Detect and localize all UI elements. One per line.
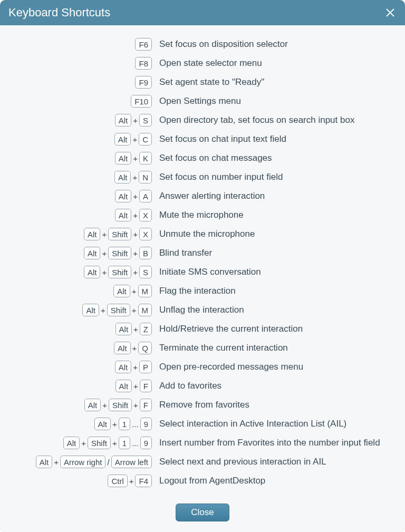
key: Alt xyxy=(115,209,132,221)
shortcut-description: Mute the microphone xyxy=(152,210,399,220)
shortcut-description: Flag the interaction xyxy=(152,286,399,296)
shortcut-row: Alt+POpen pre-recorded messages menu xyxy=(6,361,399,373)
key: Shift xyxy=(108,266,131,278)
shortcut-description: Select interaction in Active Interaction… xyxy=(152,419,399,429)
shortcut-keys: Alt+Shift+F xyxy=(6,399,152,411)
shortcut-row: Alt+MFlag the interaction xyxy=(6,285,399,297)
shortcut-row: Alt+KSet focus on chat messages xyxy=(6,152,399,165)
key: F10 xyxy=(131,95,152,108)
plus-separator: + xyxy=(112,420,118,429)
plus-separator: + xyxy=(131,306,137,315)
key: A xyxy=(139,190,152,202)
shortcut-row: F10Open Settings menu xyxy=(6,95,399,108)
key: Alt xyxy=(82,304,99,316)
shortcut-description: Select next and previous interaction in … xyxy=(152,457,399,467)
shortcut-keys: Alt+N xyxy=(6,171,152,183)
plus-separator: + xyxy=(101,230,107,239)
shortcut-description: Set focus on disposition selector xyxy=(152,39,399,50)
shortcut-keys: Alt+M xyxy=(6,285,152,297)
key: Arrow right xyxy=(60,456,106,468)
shortcut-keys: Ctrl+F4 xyxy=(6,475,152,487)
plus-separator: + xyxy=(112,439,118,448)
shortcut-description: Blind transfer xyxy=(152,248,399,258)
key: Alt xyxy=(114,133,131,146)
key: Shift xyxy=(108,228,131,240)
shortcut-description: Remove from favorites xyxy=(152,400,399,410)
shortcut-row: Alt+XMute the microphone xyxy=(6,209,399,221)
plus-separator: + xyxy=(81,439,86,448)
key: Alt xyxy=(115,190,132,202)
shortcut-row: Alt+Shift+SInitiate SMS conversation xyxy=(6,266,399,278)
plus-separator: + xyxy=(53,458,59,467)
plus-separator: + xyxy=(132,116,138,125)
key: 9 xyxy=(140,418,152,430)
key: Alt xyxy=(84,266,101,278)
shortcut-description: Unflag the interaction xyxy=(152,305,399,315)
plus-separator: + xyxy=(132,192,138,201)
shortcut-row: Alt+SOpen directory tab, set focus on se… xyxy=(6,114,399,127)
key: Ctrl xyxy=(108,475,127,487)
shortcut-description: Set focus on chat messages xyxy=(152,153,399,163)
shortcut-row: Alt+Shift+FRemove from favorites xyxy=(6,399,399,411)
key: K xyxy=(139,152,152,165)
shortcuts-list: F6Set focus on disposition selectorF8Ope… xyxy=(0,25,405,499)
shortcut-description: Set focus on chat input text field xyxy=(152,134,399,144)
shortcut-description: Set agent state to "Ready" xyxy=(152,77,399,88)
shortcut-description: Insert number from Favorites into the nu… xyxy=(152,438,399,448)
plus-separator: + xyxy=(133,382,139,391)
close-button[interactable]: Close xyxy=(176,504,229,521)
shortcut-keys: F8 xyxy=(6,57,152,70)
key: Alt xyxy=(115,323,132,335)
key: P xyxy=(139,361,152,373)
shortcut-row: Alt+Shift+MUnflag the interaction xyxy=(6,304,399,316)
shortcut-description: Logout from AgentDesktop xyxy=(152,476,399,486)
plus-separator: + xyxy=(132,268,138,277)
key: Alt xyxy=(36,456,53,468)
key: Alt xyxy=(114,342,131,354)
shortcut-description: Terminate the current interaction xyxy=(152,343,399,353)
key: F4 xyxy=(135,475,152,487)
key: 1 xyxy=(119,418,130,430)
shortcut-row: F6Set focus on disposition selector xyxy=(6,38,399,51)
plus-separator: + xyxy=(132,230,138,239)
key: F6 xyxy=(135,38,152,51)
shortcut-row: Alt+Shift+BBlind transfer xyxy=(6,247,399,259)
key: Alt xyxy=(84,399,101,411)
shortcut-keys: Alt+X xyxy=(6,209,152,221)
dialog-title: Keyboard Shortcuts xyxy=(8,6,110,20)
shortcut-description: Unmute the microphone xyxy=(152,229,399,239)
shortcut-description: Open directory tab, set focus on search … xyxy=(152,115,399,125)
shortcut-description: Open state selector menu xyxy=(152,58,399,69)
key: Arrow left xyxy=(111,456,152,468)
key: Alt xyxy=(115,114,132,127)
shortcut-keys: Alt+K xyxy=(6,152,152,165)
shortcut-description: Hold/Retrieve the current interaction xyxy=(152,324,399,334)
dialog-titlebar: Keyboard Shortcuts xyxy=(0,0,405,25)
plus-separator: + xyxy=(102,401,108,410)
plus-separator: + xyxy=(132,249,138,258)
range-separator: ... xyxy=(131,439,139,448)
dialog-footer: Close xyxy=(0,499,405,532)
key: Alt xyxy=(84,247,101,259)
shortcut-row: F9Set agent state to "Ready" xyxy=(6,76,399,89)
key: Alt xyxy=(94,418,111,430)
plus-separator: + xyxy=(133,325,139,334)
shortcut-keys: Alt+Z xyxy=(6,323,152,335)
shortcut-keys: Alt+Shift+1...9 xyxy=(6,437,152,449)
close-icon[interactable] xyxy=(384,6,397,19)
shortcut-row: Ctrl+F4Logout from AgentDesktop xyxy=(6,475,399,487)
shortcut-keys: Alt+S xyxy=(6,114,152,127)
shortcut-keys: Alt+Arrow right/Arrow left xyxy=(6,456,152,468)
shortcut-keys: Alt+1...9 xyxy=(6,418,152,430)
key: X xyxy=(139,228,152,240)
shortcut-row: Alt+Shift+1...9Insert number from Favori… xyxy=(6,437,399,449)
plus-separator: + xyxy=(132,211,138,220)
combo-separator: / xyxy=(107,458,110,467)
shortcut-description: Set focus on number input field xyxy=(152,172,399,182)
plus-separator: + xyxy=(131,287,137,296)
shortcut-row: Alt+FAdd to favorites xyxy=(6,380,399,392)
shortcut-row: Alt+QTerminate the current interaction xyxy=(6,342,399,354)
key: S xyxy=(139,266,152,278)
key: Q xyxy=(138,342,152,354)
plus-separator: + xyxy=(129,477,134,486)
